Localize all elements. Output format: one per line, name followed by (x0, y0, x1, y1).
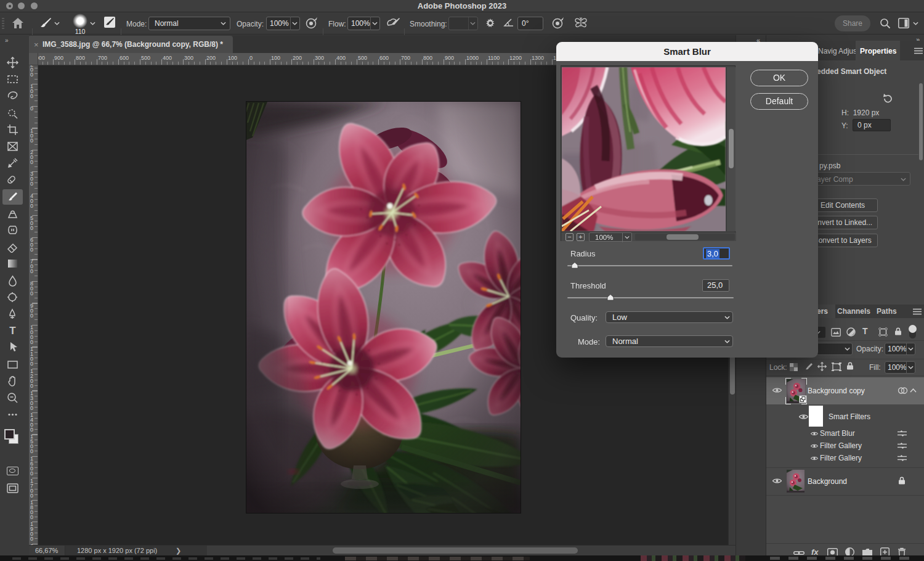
svg-text:T: T (9, 325, 16, 337)
